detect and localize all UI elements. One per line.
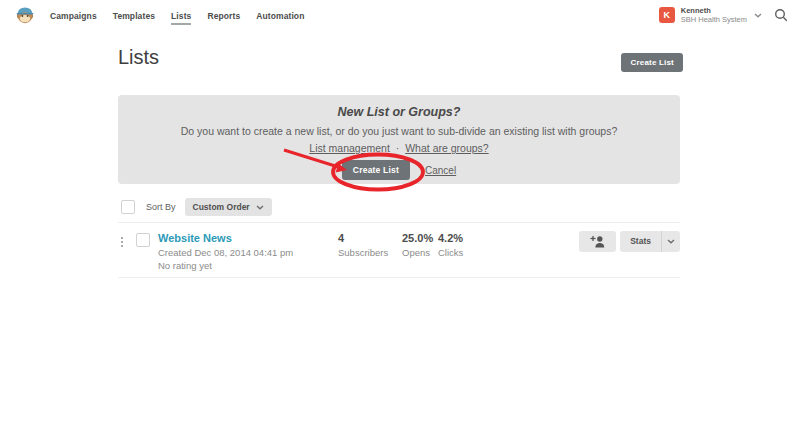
panel-links: List management · What are groups? xyxy=(118,142,680,154)
avatar[interactable]: K xyxy=(659,7,675,23)
subscribers-value: 4 xyxy=(338,232,388,244)
top-nav: Campaigns Templates Lists Reports Automa… xyxy=(0,0,800,30)
list-row: Website News Created Dec 08, 2014 04:41 … xyxy=(118,229,680,277)
user-org: SBH Health System xyxy=(681,15,747,24)
divider xyxy=(118,222,680,223)
select-all-checkbox[interactable] xyxy=(121,200,135,214)
subscribers-label: Subscribers xyxy=(338,247,388,258)
list-name-link[interactable]: Website News xyxy=(158,232,232,244)
list-management-link[interactable]: List management xyxy=(309,142,390,154)
panel-body-text: Do you want to create a new list, or do … xyxy=(118,125,680,137)
cancel-link[interactable]: Cancel xyxy=(425,165,456,176)
chevron-down-icon xyxy=(667,239,675,244)
user-name: Kenneth xyxy=(681,6,747,15)
sort-by-label: Sort By xyxy=(146,202,176,212)
chevron-down-icon xyxy=(256,205,264,210)
divider xyxy=(118,277,680,278)
list-rating: No rating yet xyxy=(158,260,212,271)
nav-item-lists[interactable]: Lists xyxy=(163,0,199,30)
what-are-groups-link[interactable]: What are groups? xyxy=(405,142,488,154)
user-menu[interactable]: Kenneth SBH Health System xyxy=(681,6,747,24)
panel-create-list-button[interactable]: Create List xyxy=(342,160,410,180)
create-list-button[interactable]: Create List xyxy=(621,53,683,72)
mailchimp-logo-icon[interactable] xyxy=(15,5,35,25)
subscribers-stat: 4 Subscribers xyxy=(338,232,388,258)
opens-stat: 25.0% Opens xyxy=(402,232,433,258)
sort-toolbar: Sort By Custom Order xyxy=(121,198,272,216)
nav-right-cluster: K Kenneth SBH Health System xyxy=(659,0,788,30)
panel-heading: New List or Groups? xyxy=(118,105,680,119)
add-person-icon xyxy=(590,235,605,248)
link-separator: · xyxy=(396,142,400,154)
row-checkbox[interactable] xyxy=(136,233,150,247)
list-created-date: Created Dec 08, 2014 04:41 pm xyxy=(158,247,293,258)
clicks-label: Clicks xyxy=(438,247,463,258)
search-icon[interactable] xyxy=(774,8,788,22)
sort-order-dropdown[interactable]: Custom Order xyxy=(185,198,272,216)
stats-split-button: Stats xyxy=(620,231,680,252)
chevron-down-icon[interactable] xyxy=(754,13,762,18)
nav-item-automation[interactable]: Automation xyxy=(248,0,312,30)
drag-handle-icon[interactable] xyxy=(120,236,124,248)
new-list-or-groups-panel: New List or Groups? Do you want to creat… xyxy=(118,95,680,184)
sort-order-value: Custom Order xyxy=(193,202,250,212)
nav-item-reports[interactable]: Reports xyxy=(199,0,248,30)
row-actions: Stats xyxy=(579,231,680,252)
page-title: Lists xyxy=(118,46,159,69)
add-subscriber-button[interactable] xyxy=(579,231,616,252)
primary-nav: Campaigns Templates Lists Reports Automa… xyxy=(42,0,312,30)
opens-value: 25.0% xyxy=(402,232,433,244)
nav-item-templates[interactable]: Templates xyxy=(105,0,163,30)
clicks-value: 4.2% xyxy=(438,232,463,244)
nav-item-campaigns[interactable]: Campaigns xyxy=(42,0,105,30)
opens-label: Opens xyxy=(402,247,433,258)
stats-dropdown-toggle[interactable] xyxy=(661,231,680,252)
clicks-stat: 4.2% Clicks xyxy=(438,232,463,258)
panel-actions: Create List Cancel xyxy=(118,160,680,180)
stats-button[interactable]: Stats xyxy=(620,231,661,252)
